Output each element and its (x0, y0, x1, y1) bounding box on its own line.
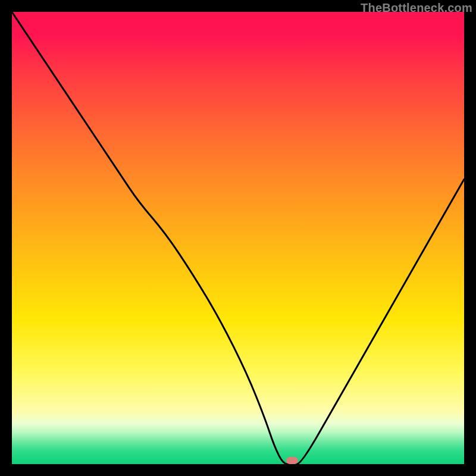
bottleneck-curve (12, 12, 464, 464)
optimal-point-marker (286, 457, 298, 464)
chart-frame: TheBottleneck.com (0, 0, 476, 476)
plot-area (12, 12, 464, 464)
